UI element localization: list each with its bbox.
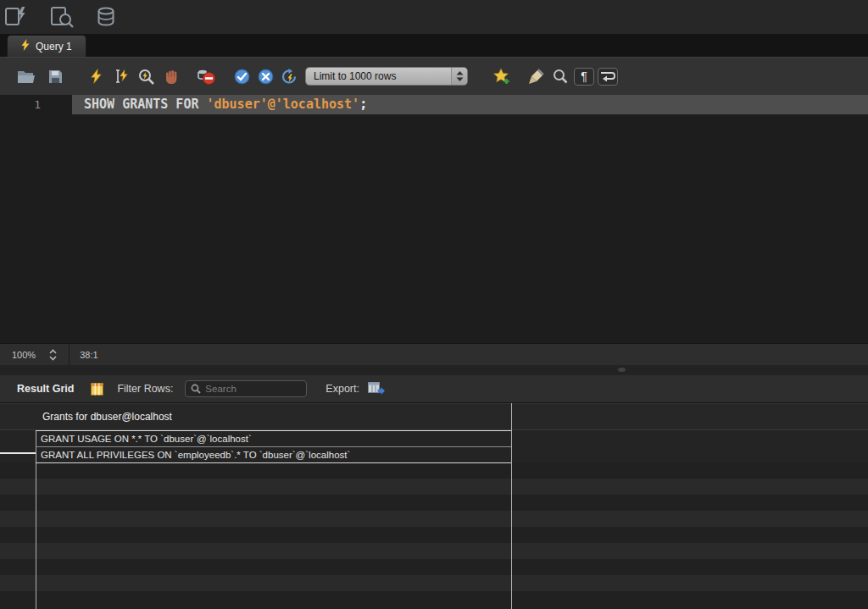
tab-label: Query 1 [36, 41, 72, 53]
empty-row [0, 591, 868, 607]
autocommit-icon[interactable] [278, 65, 300, 87]
find-icon[interactable] [549, 65, 571, 87]
tab-query-1[interactable]: Query 1 [7, 35, 86, 57]
new-snippet-icon[interactable] [490, 65, 512, 87]
empty-row [0, 511, 868, 527]
schema-inspector-icon[interactable] [49, 5, 75, 29]
wrap-text-icon[interactable] [597, 65, 619, 87]
export-label: Export: [326, 383, 359, 395]
code-line-content: SHOW GRANTS FOR 'dbuser'@'localhost'; [72, 95, 868, 114]
stop-on-error-icon[interactable] [195, 65, 217, 87]
beautify-icon[interactable] [526, 65, 548, 87]
stop-icon[interactable] [161, 65, 183, 87]
export-icon[interactable] [368, 382, 386, 396]
pane-splitter[interactable] [0, 365, 868, 375]
table-row[interactable]: GRANT ALL PRIVILEGES ON `employeedb`.* T… [0, 446, 868, 462]
table-row[interactable]: GRANT USAGE ON *.* TO `dbuser`@`localhos… [0, 430, 868, 446]
limit-rows-dropdown[interactable]: Limit to 1000 rows [305, 67, 468, 86]
commit-icon[interactable] [231, 65, 253, 87]
row-selector-gutter [0, 404, 36, 429]
execute-current-icon[interactable] [110, 65, 132, 87]
sql-keyword: SHOW GRANTS FOR [84, 97, 207, 112]
dropdown-stepper-icon [451, 68, 467, 85]
row-border [36, 462, 511, 463]
open-script-icon[interactable] [15, 65, 37, 87]
row-border [36, 430, 511, 431]
empty-row [0, 575, 868, 591]
gutter-divider [36, 430, 36, 609]
query-bolt-icon [21, 39, 30, 53]
filter-rows-search-input[interactable] [205, 384, 301, 394]
grant-cell[interactable]: GRANT ALL PRIVILEGES ON `employeedb`.* T… [36, 450, 350, 460]
editor-tab-bar: Query 1 [0, 34, 868, 57]
rollback-icon[interactable] [254, 65, 276, 87]
empty-row [0, 495, 868, 511]
search-icon [191, 384, 201, 394]
filter-rows-label: Filter Rows: [117, 383, 173, 395]
save-script-icon[interactable] [44, 65, 66, 87]
empty-row [0, 543, 868, 559]
current-row-marker [0, 452, 36, 454]
splitter-handle-icon [618, 368, 626, 372]
result-grid-title: Result Grid [17, 383, 74, 395]
result-grid: Grants for dbuser@localhost GRANT USAGE … [0, 403, 868, 609]
empty-row [0, 479, 868, 495]
sql-editor[interactable]: 1 SHOW GRANTS FOR 'dbuser'@'localhost'; [0, 95, 868, 343]
zoom-stepper[interactable] [49, 349, 57, 361]
caret-position: 38:1 [80, 350, 97, 360]
line-number: 1 [0, 95, 72, 114]
grid-view-icon[interactable] [91, 383, 103, 396]
zoom-level: 100% [12, 350, 36, 360]
editor-status-bar: 100% 38:1 [0, 343, 868, 365]
execute-icon[interactable] [85, 65, 107, 87]
column-divider[interactable] [511, 403, 512, 609]
main-toolbar [0, 0, 868, 34]
empty-row [0, 559, 868, 575]
result-toolbar: Result Grid Filter Rows: Export: [0, 375, 868, 403]
database-icon[interactable] [95, 5, 120, 29]
empty-row [0, 527, 868, 543]
row-selector[interactable] [0, 430, 36, 446]
column-header[interactable]: Grants for dbuser@localhost [36, 411, 172, 423]
code-line-1: 1 SHOW GRANTS FOR 'dbuser'@'localhost'; [0, 95, 868, 114]
sql-terminator: ; [359, 97, 367, 112]
filter-rows-search-box [185, 380, 307, 397]
query-toolbar: Limit to 1000 rows ¶ [0, 57, 868, 95]
sql-string: 'dbuser'@'localhost' [207, 97, 360, 112]
grid-header-row: Grants for dbuser@localhost [0, 403, 868, 430]
row-border [36, 446, 511, 447]
empty-row [0, 462, 868, 479]
grant-cell[interactable]: GRANT USAGE ON *.* TO `dbuser`@`localhos… [36, 434, 252, 444]
explain-icon[interactable] [136, 65, 158, 87]
invisibles-icon[interactable]: ¶ [573, 65, 595, 87]
new-sql-tab-icon[interactable] [3, 5, 29, 29]
limit-rows-value: Limit to 1000 rows [314, 70, 396, 82]
row-selector[interactable] [0, 446, 36, 462]
status-divider [69, 344, 70, 366]
